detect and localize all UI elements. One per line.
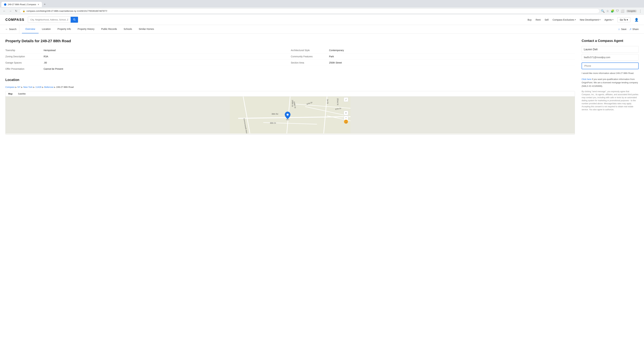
detail-row-2: Zoning Description R3A Community Feature…	[5, 53, 575, 60]
svg-text:1st St: 1st St	[327, 99, 329, 104]
new-tab-button[interactable]: +	[42, 1, 48, 7]
breadcrumb-sep-2: ▶	[21, 86, 23, 88]
detail-value-community: Park	[329, 55, 575, 58]
detail-row-4: Offer Presentation Cannot be Present	[5, 66, 575, 72]
search-icon	[73, 18, 76, 21]
agent-name: Lauren Deli	[582, 46, 639, 53]
tab-location[interactable]: Location	[38, 25, 54, 33]
breadcrumb-sep-5: ▶	[54, 86, 56, 88]
tab-overview[interactable]: Overview	[22, 25, 38, 33]
nav-new-development[interactable]: New Development ▾	[580, 18, 600, 21]
search-container	[28, 16, 78, 23]
lock-icon: 🔒	[22, 10, 25, 12]
detail-label-section: Section Area	[291, 61, 328, 64]
svg-line-1	[75, 20, 76, 21]
detail-row-3: Garage Spaces .00 Section Area 250th Str…	[5, 60, 575, 66]
detail-value-offer: Cannot be Present	[44, 67, 290, 70]
breadcrumb-compass[interactable]: Compass	[5, 86, 14, 88]
nav-rent[interactable]: Rent	[536, 18, 541, 21]
back-arrow-icon: ←	[5, 28, 8, 31]
svg-text:249th St: 249th St	[292, 100, 294, 107]
back-label: Search	[9, 28, 16, 30]
address-bar-row: ← → ↻ 🔒 compass.com/listing/249-27-88th-…	[0, 7, 644, 14]
svg-point-21	[286, 114, 289, 116]
back-to-search-btn[interactable]: ← Search	[5, 25, 19, 33]
zoom-icon[interactable]: 🔍	[601, 9, 604, 13]
nav-agents[interactable]: Agents ▾	[604, 18, 613, 21]
save-button[interactable]: ☆ Save	[618, 28, 626, 31]
phone-input[interactable]	[582, 62, 639, 69]
goto-button[interactable]: Go To ▾	[617, 17, 630, 22]
app-header: COMPASS Buy Rent Sell Compass Exclusives…	[0, 14, 644, 25]
browser-chrome: 249-27 88th Road | Compass ✕ + ← → ↻ 🔒 c…	[0, 0, 644, 14]
svg-text:88th Rd: 88th Rd	[272, 113, 278, 115]
menu-icon[interactable]: ⋮	[639, 9, 642, 13]
svg-text:🚶: 🚶	[345, 120, 348, 123]
goto-chevron-icon: ▾	[627, 18, 628, 21]
location-section: Location Compass ▶ NY ▶ New York ▶ 11426…	[5, 78, 575, 135]
shield-icon[interactable]: 🛡	[616, 9, 619, 13]
extensions-icon[interactable]: 🧩	[611, 9, 614, 13]
map-tab-map[interactable]: Map	[6, 91, 15, 96]
agents-chevron-icon: ▾	[612, 19, 613, 21]
breadcrumb-sep-1: ▶	[15, 86, 17, 88]
save-star-icon: ☆	[618, 28, 620, 31]
nav-buy[interactable]: Buy	[528, 18, 532, 21]
breadcrumb-bellerose[interactable]: Bellerose	[44, 86, 53, 88]
breadcrumb: Compass ▶ NY ▶ New York ▶ 11426 ▶ Beller…	[5, 86, 575, 88]
contact-panel: Contact a Compass Agent Lauren Deli 9ad5…	[582, 39, 639, 135]
share-arrow-icon: ↗	[629, 28, 632, 31]
compass-logo[interactable]: COMPASS	[5, 18, 24, 22]
share-button[interactable]: ↗ Share	[629, 28, 639, 31]
search-submit-btn[interactable]	[70, 17, 78, 23]
detail-value-township: Hempstead	[44, 49, 290, 52]
incognito-badge: Incognito	[626, 9, 637, 12]
star-bookmark-icon[interactable]: ☆	[606, 9, 609, 13]
tab-similar-homes[interactable]: Similar Homes	[135, 25, 157, 33]
contact-title: Contact a Compass Agent	[582, 39, 639, 43]
tab-property-history[interactable]: Property History	[74, 25, 98, 33]
svg-text:88th Dr: 88th Dr	[270, 122, 276, 124]
nav-exclusives[interactable]: Compass Exclusives ▾	[552, 18, 576, 21]
property-details-table: Township Hempstead Architectural Style C…	[5, 47, 575, 72]
sub-nav-items: Overview Location Property Info Property…	[22, 25, 618, 33]
svg-text:−: −	[345, 116, 347, 119]
layout-icon[interactable]: ⬜	[621, 9, 624, 13]
nav-sell[interactable]: Sell	[544, 18, 548, 21]
breadcrumb-address: 249-27 88th Road	[56, 86, 74, 88]
address-bar[interactable]: 🔒 compass.com/listing/249-27-88th-road-b…	[20, 8, 600, 13]
content-left: Property Details for 249-27 88th Road To…	[5, 39, 575, 135]
breadcrumb-new-york[interactable]: New York	[23, 86, 32, 88]
map-body[interactable]: 87th Dr 87th Dr 88th Rd 88th Dr 249th St…	[6, 96, 575, 133]
svg-text:253rd St: 253rd St	[337, 98, 339, 105]
detail-value-garage: .00	[44, 61, 290, 64]
tab-close-btn[interactable]: ✕	[38, 3, 39, 6]
mortgage-note: Click here if you want pre-qualification…	[582, 78, 639, 88]
forward-navigation-btn[interactable]: →	[8, 9, 13, 13]
tab-public-records[interactable]: Public Records	[98, 25, 120, 33]
map-svg: 87th Dr 87th Dr 88th Rd 88th Dr 249th St…	[6, 96, 575, 133]
breadcrumb-ny[interactable]: NY	[18, 86, 20, 88]
back-navigation-btn[interactable]: ←	[2, 9, 7, 13]
detail-label-township: Township	[5, 49, 42, 52]
sub-nav: ← Search Overview Location Property Info…	[0, 25, 644, 33]
detail-label-zoning: Zoning Description	[5, 55, 42, 58]
map-tab-satellite[interactable]: Satellite	[15, 91, 28, 96]
tab-favicon	[4, 3, 6, 6]
mortgage-link[interactable]: Click here	[582, 78, 591, 80]
contact-message-text: I would like more information about 249-…	[582, 71, 639, 75]
detail-label-arch-style: Architectural Style	[291, 49, 328, 52]
tab-property-info[interactable]: Property Info	[54, 25, 74, 33]
main-search-input[interactable]	[28, 17, 70, 22]
user-account-icon[interactable]: 👤	[634, 18, 639, 22]
main-content: Property Details for 249-27 88th Road To…	[0, 33, 644, 140]
browser-tab[interactable]: 249-27 88th Road | Compass ✕	[1, 2, 42, 7]
breadcrumb-zip[interactable]: 11426	[36, 86, 42, 88]
location-title: Location	[5, 78, 575, 82]
detail-label-community: Community Features	[291, 55, 328, 58]
browser-actions: 🔍 ☆ 🧩 🛡 ⬜ Incognito ⋮	[601, 9, 642, 13]
map-container: Map Satellite	[5, 91, 575, 135]
tab-schools[interactable]: Schools	[120, 25, 135, 33]
tab-title: 249-27 88th Road | Compass	[8, 3, 36, 6]
reload-btn[interactable]: ↻	[14, 9, 18, 13]
